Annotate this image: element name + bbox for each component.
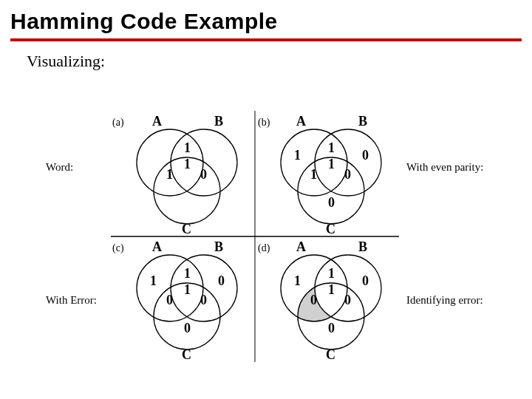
panel-a-bit-ABC: 1 xyxy=(184,157,191,172)
panel-a-label-A: A xyxy=(152,114,162,129)
label-parity: With even parity: xyxy=(406,161,483,174)
panel-a-venn xyxy=(124,118,250,236)
panel-d-bit-A: 1 xyxy=(294,273,301,289)
panel-d-shaded-AC xyxy=(268,244,394,362)
label-error: With Error: xyxy=(46,294,97,307)
panel-c-bit-B: 0 xyxy=(218,273,225,289)
panel-a-bit-AC: 1 xyxy=(166,167,173,183)
panel-b-bit-AC: 1 xyxy=(310,167,317,183)
panel-d-label-A: A xyxy=(296,239,306,255)
subtitle: Visualizing: xyxy=(0,41,532,71)
panel-c-bit-AC: 0 xyxy=(166,293,173,308)
panel-c-bit-C: 0 xyxy=(184,321,191,336)
panel-b-venn xyxy=(268,118,394,236)
panel-b-bit-C: 0 xyxy=(328,195,335,211)
panel-d-bit-ABC: 1 xyxy=(328,282,335,298)
panel-c-label-C: C xyxy=(182,347,191,363)
panel-d-label-B: B xyxy=(358,239,367,255)
label-identify: Identifying error: xyxy=(406,294,483,307)
panel-d-bit-BC: 0 xyxy=(344,293,351,308)
panel-a-bit-AB: 1 xyxy=(184,140,191,156)
page-title: Hamming Code Example xyxy=(0,0,532,38)
panel-d-bit-AC: 0 xyxy=(310,293,317,308)
panel-c-label-A: A xyxy=(152,239,162,255)
panel-a-bit-BC: 0 xyxy=(200,167,207,183)
diagram-stage: Word: With even parity: With Error: Iden… xyxy=(0,96,532,392)
label-word: Word: xyxy=(46,161,73,174)
panel-b-bit-ABC: 1 xyxy=(328,157,335,172)
panel-a-tag: (a) xyxy=(112,117,124,129)
panel-c-bit-BC: 0 xyxy=(200,293,207,308)
panel-b-label-A: A xyxy=(296,114,306,129)
panel-a-label-C: C xyxy=(182,222,191,237)
panel-d-bit-C: 0 xyxy=(328,321,335,336)
panel-b-label-C: C xyxy=(326,222,335,237)
panel-b-bit-B: 0 xyxy=(362,148,369,163)
panel-d-venn xyxy=(268,244,394,362)
panel-c-venn xyxy=(124,244,250,362)
panel-a-label-B: B xyxy=(214,114,223,129)
panel-c-bit-A: 1 xyxy=(150,273,157,289)
panel-c-tag: (c) xyxy=(112,242,124,254)
panel-c-bit-ABC: 1 xyxy=(184,282,191,298)
panel-d-bit-AB: 1 xyxy=(328,266,335,282)
panel-d-bit-B: 0 xyxy=(362,273,369,289)
panel-b-bit-BC: 0 xyxy=(344,167,351,183)
panel-d-label-C: C xyxy=(326,347,335,363)
panel-c-bit-AB: 1 xyxy=(184,266,191,282)
panel-b-bit-A: 1 xyxy=(294,148,301,163)
panel-b-bit-AB: 1 xyxy=(328,140,335,156)
panel-b-label-B: B xyxy=(358,114,367,129)
panel-c-label-B: B xyxy=(214,239,223,255)
